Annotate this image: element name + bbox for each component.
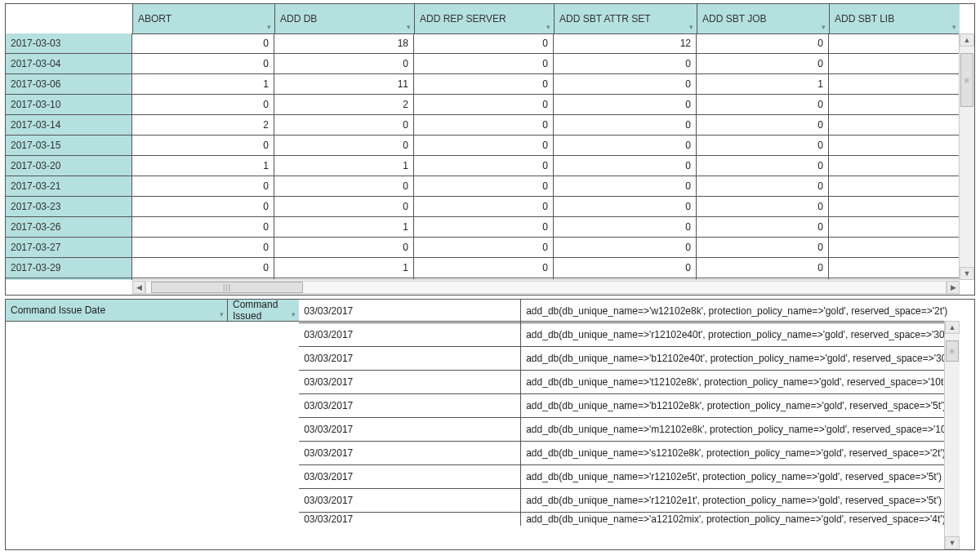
pivot-cell[interactable]: 0 <box>132 54 274 73</box>
detail-row[interactable]: 03/03/2017add_db(db_unique_name=>'m12102… <box>299 418 960 442</box>
pivot-cell[interactable]: 0 <box>414 95 554 114</box>
cell-command-issue-date[interactable]: 03/03/2017 <box>299 513 521 526</box>
scroll-right-button[interactable]: ▶ <box>947 281 960 294</box>
pivot-cell[interactable]: 0 <box>132 217 274 237</box>
pivot-cell[interactable]: 0 <box>554 156 697 176</box>
pivot-row[interactable]: 2017-03-0400000 <box>6 54 960 74</box>
pivot-cell[interactable]: 0 <box>414 33 554 53</box>
pivot-cell[interactable] <box>829 54 959 73</box>
pivot-cell[interactable]: 0 <box>554 238 697 257</box>
pivot-row[interactable]: 2017-03-1002000 <box>6 95 960 115</box>
col-header-abort[interactable]: ABORT ▾ <box>133 4 275 33</box>
pivot-cell[interactable] <box>829 258 959 278</box>
pivot-row[interactable]: 2017-03-2100000 <box>6 176 960 197</box>
cell-command-issued[interactable]: add_db(db_unique_name=>'w12102e8k', prot… <box>521 300 960 322</box>
pivot-cell[interactable]: 0 <box>132 136 274 155</box>
pivot-cell[interactable] <box>829 217 959 237</box>
row-header-date[interactable]: 2017-03-15 <box>6 136 132 155</box>
row-header-date[interactable]: 2017-03-10 <box>6 95 132 114</box>
pivot-cell[interactable]: 0 <box>274 238 414 257</box>
scroll-left-button[interactable]: ◀ <box>132 281 145 294</box>
pivot-cell[interactable]: 0 <box>132 197 274 216</box>
pivot-cell[interactable]: 0 <box>554 54 697 73</box>
row-header-date[interactable]: 2017-03-27 <box>6 238 132 257</box>
chevron-down-icon[interactable]: ▾ <box>267 23 271 31</box>
pivot-cell[interactable]: 0 <box>414 238 554 257</box>
pivot-cell[interactable]: 0 <box>132 95 274 114</box>
detail-row[interactable]: 03/03/2017add_db(db_unique_name=>'b12102… <box>299 347 960 371</box>
scroll-thumb[interactable] <box>151 282 303 293</box>
col-header-add-sbt-job[interactable]: ADD SBT JOB ▾ <box>697 4 830 33</box>
pivot-cell[interactable]: 0 <box>132 238 274 257</box>
row-header-date[interactable]: 2017-03-20 <box>6 156 132 176</box>
chevron-down-icon[interactable]: ▾ <box>292 310 296 318</box>
col-header-command-issue-date[interactable]: Command Issue Date ▾ <box>6 300 228 321</box>
cell-command-issue-date[interactable]: 03/03/2017 <box>299 300 521 322</box>
chevron-down-icon[interactable]: ▾ <box>952 23 956 31</box>
detail-row[interactable]: 03/03/2017add_db(db_unique_name=>'t12102… <box>299 371 960 394</box>
horizontal-scrollbar[interactable]: ◀ ▶ <box>132 279 960 295</box>
scroll-down-button[interactable]: ▼ <box>960 267 974 280</box>
chevron-down-icon[interactable]: ▾ <box>689 23 693 31</box>
col-header-add-sbt-attr-set[interactable]: ADD SBT ATTR SET ▾ <box>555 4 697 33</box>
scroll-track[interactable] <box>145 281 947 294</box>
pivot-cell[interactable]: 0 <box>414 197 554 216</box>
pivot-cell[interactable]: 1 <box>274 156 414 176</box>
pivot-row[interactable]: 2017-03-2601000 <box>6 217 960 238</box>
col-header-command-issued[interactable]: Command Issued ▾ <box>228 300 299 321</box>
pivot-cell[interactable]: 0 <box>554 74 697 94</box>
scroll-thumb[interactable]: ≡ <box>946 340 959 362</box>
pivot-cell[interactable]: 0 <box>554 197 697 216</box>
cell-command-issued[interactable]: add_db(db_unique_name=>'r12102e5t', prot… <box>521 465 960 488</box>
vertical-scrollbar[interactable]: ▲ ≡ ▼ <box>944 321 960 549</box>
pivot-cell[interactable]: 0 <box>554 176 697 196</box>
pivot-cell[interactable]: 0 <box>697 258 829 278</box>
pivot-cell[interactable]: 0 <box>697 115 829 135</box>
pivot-cell[interactable]: 1 <box>697 74 829 94</box>
pivot-row[interactable]: 2017-03-2700000 <box>6 238 960 258</box>
row-header-date[interactable]: 2017-03-14 <box>6 115 132 135</box>
pivot-cell[interactable]: 12 <box>554 33 697 53</box>
cell-command-issue-date[interactable]: 03/03/2017 <box>299 465 521 488</box>
cell-command-issue-date[interactable]: 03/03/2017 <box>299 489 521 512</box>
chevron-down-icon[interactable]: ▾ <box>407 23 411 31</box>
pivot-cell[interactable]: 0 <box>274 176 414 196</box>
pivot-cell[interactable]: 0 <box>414 156 554 176</box>
detail-row[interactable]: 03/03/2017add_db(db_unique_name=>'s12102… <box>299 442 960 465</box>
pivot-row[interactable]: 2017-03-06111001 <box>6 74 960 95</box>
pivot-cell[interactable]: 0 <box>414 136 554 155</box>
cell-command-issue-date[interactable]: 03/03/2017 <box>299 323 521 346</box>
pivot-cell[interactable]: 2 <box>132 115 274 135</box>
cell-command-issued[interactable]: add_db(db_unique_name=>'s12102e8k', prot… <box>521 442 960 464</box>
cell-command-issue-date[interactable]: 03/03/2017 <box>299 347 521 370</box>
row-header-date[interactable] <box>6 278 132 280</box>
cell-command-issue-date[interactable]: 03/03/2017 <box>299 442 521 464</box>
pivot-cell[interactable]: 0 <box>554 95 697 114</box>
pivot-cell[interactable] <box>829 74 959 94</box>
scroll-up-button[interactable]: ▲ <box>960 33 974 47</box>
col-header-add-sbt-lib[interactable]: ADD SBT LIB ▾ <box>830 4 960 33</box>
row-header-date[interactable]: 2017-03-03 <box>6 33 132 53</box>
pivot-cell[interactable]: 0 <box>132 258 274 278</box>
cell-command-issued[interactable]: add_db(db_unique_name=>'a12102mix', prot… <box>521 513 960 526</box>
pivot-cell[interactable]: 0 <box>414 176 554 196</box>
pivot-cell[interactable] <box>829 95 959 114</box>
detail-row[interactable]: 03/03/2017add_db(db_unique_name=>'r12102… <box>299 465 960 489</box>
row-header-date[interactable]: 2017-03-21 <box>6 176 132 196</box>
pivot-cell[interactable] <box>829 33 959 53</box>
pivot-cell[interactable]: 0 <box>697 176 829 196</box>
pivot-cell[interactable]: 0 <box>697 136 829 155</box>
pivot-cell[interactable]: 0 <box>132 176 274 196</box>
pivot-cell[interactable]: 0 <box>554 115 697 135</box>
pivot-cell[interactable]: 0 <box>414 258 554 278</box>
cell-command-issued[interactable]: add_db(db_unique_name=>'b12102e40t', pro… <box>521 347 960 370</box>
cell-command-issue-date[interactable]: 03/03/2017 <box>299 394 521 417</box>
cell-command-issued[interactable]: add_db(db_unique_name=>'t12102e8k', prot… <box>521 371 960 393</box>
pivot-cell[interactable] <box>829 176 959 196</box>
pivot-cell[interactable]: 0 <box>274 197 414 216</box>
pivot-cell[interactable]: 0 <box>697 33 829 53</box>
pivot-cell[interactable]: 0 <box>414 217 554 237</box>
row-header-date[interactable]: 2017-03-04 <box>6 54 132 73</box>
pivot-cell[interactable]: 0 <box>274 115 414 135</box>
pivot-cell[interactable]: 1 <box>274 217 414 237</box>
